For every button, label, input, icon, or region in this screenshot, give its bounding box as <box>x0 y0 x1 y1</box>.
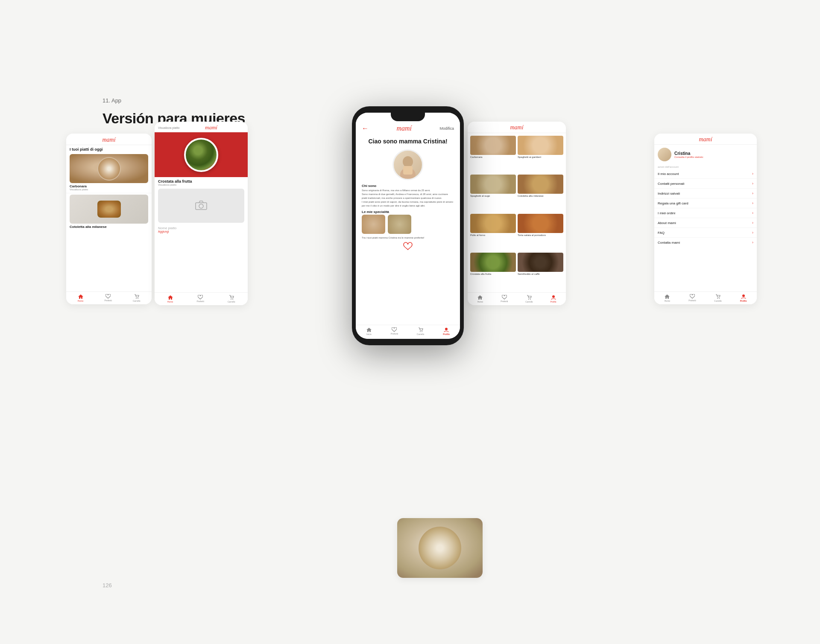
cart-icon-phone <box>418 327 423 332</box>
chevron-2: › <box>752 181 753 186</box>
account-menu-item-6[interactable]: About mami › <box>654 218 757 228</box>
phone-screen-inner: ← mamí Modifica Ciao sono mamma Cristina… <box>356 113 460 339</box>
big-heart-icon <box>403 242 413 251</box>
account-profile-link[interactable]: Consulta il profilo statistic <box>674 156 703 158</box>
back-arrow[interactable]: ← <box>362 125 369 132</box>
grid-item-carbonara: Carbonara <box>470 136 516 173</box>
phone-heart-row <box>356 241 460 251</box>
account-menu-item-4[interactable]: Regala una gift card › <box>654 198 757 208</box>
grid-img-sugo <box>470 175 516 194</box>
add-item: Nome piatto Aggiungi <box>155 224 248 235</box>
cotoletta-image <box>70 195 148 224</box>
account-nav-preferiti-label: Preferiti <box>688 299 696 302</box>
grid-nav-profilo[interactable]: Profilo <box>550 295 556 303</box>
account-menu-item-5[interactable]: I miei ordini › <box>654 208 757 218</box>
nav-carrello-dish[interactable]: Carrello <box>228 295 235 303</box>
nav-home[interactable]: Home <box>78 294 84 302</box>
svg-point-12 <box>528 299 529 300</box>
phone-bio-text: Sono originaria di Roma, ma vivo a Milan… <box>356 189 460 208</box>
avatar-silhouette <box>397 153 419 179</box>
account-nav-profilo[interactable]: Profilo <box>740 294 747 302</box>
account-section-label: azioni dell'account <box>654 164 757 169</box>
svg-point-4 <box>231 299 231 300</box>
nav-preferiti-dish[interactable]: Preferiti <box>197 295 204 303</box>
phone-nav-preferiti[interactable]: Preferiti <box>391 327 398 335</box>
account-menu-item-1[interactable]: Il mio account › <box>654 169 757 179</box>
cart-icon <box>134 294 139 299</box>
heart-icon-dish <box>198 295 203 300</box>
phone-screen: ← mamí Modifica Ciao sono mamma Cristina… <box>356 113 460 339</box>
chevron-7: › <box>752 230 753 235</box>
phone-nav-profilo[interactable]: Profilo <box>443 327 450 335</box>
phone-nav-carrello[interactable]: Carrello <box>417 327 425 335</box>
svg-point-14 <box>552 295 555 298</box>
grid-label-semifreddo: Semifreddo al caffè <box>518 272 563 276</box>
screen-grid-card: mamí Carbonara Spaghetti ai gamberi Spag… <box>468 122 566 305</box>
add-sub: Aggiungi <box>158 230 244 233</box>
svg-point-1 <box>138 298 138 299</box>
food-grid: Carbonara Spaghetti ai gamberi Spaghetti… <box>468 133 566 292</box>
account-menu-item-3[interactable]: Indirizzi salvati › <box>654 189 757 198</box>
svg-point-5 <box>232 299 233 300</box>
page: 11. App Versión para mujeres 126 mamí I … <box>0 0 820 644</box>
profile-icon-account <box>741 294 746 299</box>
grid-item-crostata: Crostata alla frutta <box>470 253 516 290</box>
grid-img-pollo <box>470 214 516 233</box>
menu-item-5-label: I miei ordini <box>658 211 675 215</box>
menu-item-1-label: Il mio account <box>658 172 679 176</box>
heart-icon-grid <box>502 295 507 300</box>
nav-preferiti[interactable]: Preferiti <box>105 294 112 302</box>
grid-screen-content: mamí Carbonara Spaghetti ai gamberi Spag… <box>468 122 566 305</box>
home-item-1: Carbonara Visualizza piatto <box>66 153 152 193</box>
grid-nav-preferiti[interactable]: Preferiti <box>501 295 508 303</box>
nav-carrello[interactable]: Carrello <box>133 294 141 302</box>
grid-brand: mamí <box>471 124 562 131</box>
svg-point-11 <box>445 328 448 330</box>
svg-point-17 <box>742 294 745 297</box>
chevron-6: › <box>752 221 753 225</box>
phone-greeting: Ciao sono mamma Cristina! <box>356 134 460 148</box>
carbonara-sub: Visualizza piatto <box>70 188 148 191</box>
phone-nav-carrello-label: Carrello <box>417 333 425 335</box>
screen-home-card: mamí I tuoi piatti di oggi Carbonara Vis… <box>66 134 152 304</box>
home-icon-dish <box>167 295 173 300</box>
crostata-image <box>184 138 218 172</box>
page-number: 126 <box>102 582 112 589</box>
account-brand: mamí <box>658 136 753 143</box>
grid-item-pollo: Pollo al forno <box>470 214 516 251</box>
phone-nav-preferiti-label: Preferiti <box>391 332 398 335</box>
edit-label[interactable]: Modifica <box>439 126 454 131</box>
account-menu-item-7[interactable]: FAQ › <box>654 228 757 238</box>
grid-img-torta <box>518 214 563 233</box>
grid-nav-carrello[interactable]: Carrello <box>525 295 533 303</box>
phone-notch <box>391 113 425 121</box>
account-nav-profilo-label: Profilo <box>740 300 747 302</box>
specialty-2 <box>388 215 411 234</box>
account-nav-preferiti[interactable]: Preferiti <box>688 294 696 302</box>
crostata-header-bg <box>155 132 248 177</box>
cart-icon-grid <box>527 295 532 300</box>
home-bottom-nav: Home Preferiti Carrello <box>66 291 152 304</box>
carbonara-name: Carbonara <box>70 184 148 188</box>
phone-chi-sono-title: Chi sono <box>356 183 460 189</box>
phone-specialties-row <box>356 215 460 234</box>
svg-rect-8 <box>403 166 413 175</box>
grid-nav-home[interactable]: Home <box>477 295 483 303</box>
phone-nav-inicio[interactable]: Inicio <box>366 327 372 335</box>
grid-bottom-nav: Home Preferiti Carrello Profilo <box>468 292 566 305</box>
account-menu-item-2[interactable]: Contatti personali › <box>654 179 757 189</box>
account-menu-item-8[interactable]: Contatta mami › <box>654 238 757 247</box>
dish-header-label: Visualizza piatto <box>158 126 179 129</box>
grid-label-sugo: Spaghetti al sugo <box>470 194 516 198</box>
account-nav-home[interactable]: Home <box>664 294 670 302</box>
grid-nav-profilo-label: Profilo <box>550 300 556 303</box>
heart-icon-phone <box>392 327 397 332</box>
preferiti-nav-label: Preferiti <box>105 299 112 302</box>
svg-point-10 <box>422 331 422 332</box>
camera-placeholder <box>158 189 244 223</box>
account-nav-carrello[interactable]: Carrello <box>714 294 722 302</box>
grid-label-carbonara: Carbonara <box>470 155 516 159</box>
home-screen-content: mamí I tuoi piatti di oggi Carbonara Vis… <box>66 134 152 304</box>
nav-home-dish[interactable]: Home <box>167 295 173 303</box>
grid-label-gamberi: Spaghetti ai gamberi <box>518 155 563 159</box>
